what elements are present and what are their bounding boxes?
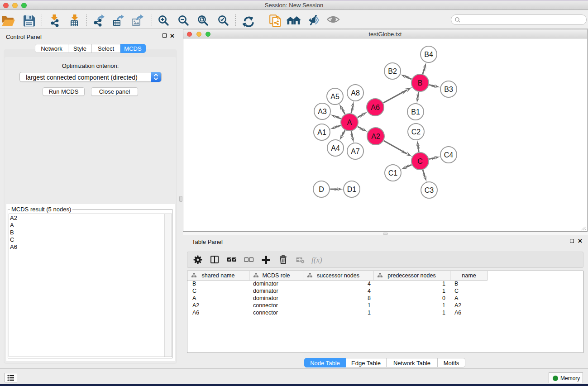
- svg-text:f(x): f(x): [311, 256, 322, 264]
- svg-text:D1: D1: [347, 186, 357, 193]
- svg-text:B4: B4: [424, 51, 433, 58]
- svg-text:A8: A8: [351, 89, 360, 97]
- svg-text:A3: A3: [318, 108, 327, 115]
- svg-text:C: C: [417, 157, 423, 165]
- svg-text:A6: A6: [371, 104, 380, 111]
- svg-text:B3: B3: [444, 86, 453, 93]
- svg-text:B1: B1: [411, 108, 420, 116]
- svg-text:A7: A7: [351, 148, 360, 155]
- svg-text:A: A: [347, 119, 352, 126]
- svg-text:C1: C1: [388, 169, 398, 177]
- svg-text:C2: C2: [411, 128, 421, 136]
- svg-text:B: B: [418, 79, 423, 87]
- svg-text:A4: A4: [331, 144, 340, 152]
- svg-text:C4: C4: [444, 151, 454, 159]
- svg-text:A1: A1: [317, 129, 326, 136]
- svg-text:B2: B2: [388, 67, 397, 75]
- svg-text:A5: A5: [330, 93, 339, 100]
- svg-text:C3: C3: [425, 186, 434, 194]
- svg-text:A2: A2: [371, 133, 380, 140]
- svg-text:D: D: [319, 186, 324, 193]
